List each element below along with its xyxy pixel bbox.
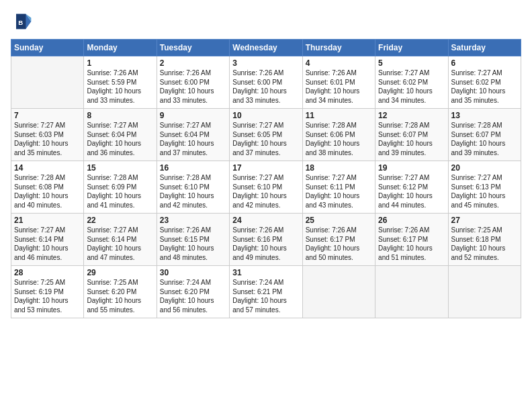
- day-number: 6: [451, 58, 518, 68]
- day-number: 4: [306, 58, 372, 68]
- cell-content: Sunrise: 7:26 AM Sunset: 6:17 PM Dayligh…: [306, 226, 372, 262]
- day-header-sunday: Sunday: [11, 40, 84, 56]
- cell-content: Sunrise: 7:26 AM Sunset: 6:01 PM Dayligh…: [306, 68, 372, 105]
- cell-content: Sunrise: 7:28 AM Sunset: 6:10 PM Dayligh…: [160, 173, 226, 210]
- calendar-cell: [302, 266, 375, 318]
- day-number: 3: [232, 58, 299, 68]
- calendar-cell: 24Sunrise: 7:26 AM Sunset: 6:16 PM Dayli…: [230, 214, 302, 266]
- cell-content: Sunrise: 7:26 AM Sunset: 6:00 PM Dayligh…: [232, 68, 299, 105]
- calendar-cell: 13Sunrise: 7:28 AM Sunset: 6:07 PM Dayli…: [448, 109, 521, 161]
- day-number: 31: [232, 268, 299, 277]
- calendar-cell: 4Sunrise: 7:26 AM Sunset: 6:01 PM Daylig…: [302, 56, 375, 109]
- week-row-3: 14Sunrise: 7:28 AM Sunset: 6:08 PM Dayli…: [11, 161, 521, 214]
- day-number: 9: [160, 111, 226, 120]
- day-number: 22: [87, 216, 153, 225]
- calendar-cell: 28Sunrise: 7:25 AM Sunset: 6:19 PM Dayli…: [11, 266, 84, 318]
- day-number: 2: [160, 58, 226, 68]
- calendar-cell: 30Sunrise: 7:24 AM Sunset: 6:20 PM Dayli…: [157, 266, 229, 318]
- day-number: 26: [378, 216, 445, 225]
- calendar-cell: 12Sunrise: 7:28 AM Sunset: 6:07 PM Dayli…: [375, 109, 448, 161]
- calendar-cell: 14Sunrise: 7:28 AM Sunset: 6:08 PM Dayli…: [11, 161, 84, 214]
- day-number: 5: [378, 58, 445, 68]
- calendar-cell: 21Sunrise: 7:27 AM Sunset: 6:14 PM Dayli…: [11, 214, 84, 266]
- day-number: 19: [378, 163, 445, 173]
- logo-icon: B: [11, 11, 32, 32]
- day-number: 30: [160, 268, 226, 277]
- day-number: 8: [87, 111, 153, 120]
- cell-content: Sunrise: 7:26 AM Sunset: 6:15 PM Dayligh…: [160, 226, 226, 262]
- calendar-cell: [375, 266, 448, 318]
- day-number: 14: [14, 163, 81, 173]
- calendar-cell: 1Sunrise: 7:26 AM Sunset: 5:59 PM Daylig…: [84, 56, 157, 109]
- cell-content: Sunrise: 7:27 AM Sunset: 6:12 PM Dayligh…: [378, 173, 445, 210]
- cell-content: Sunrise: 7:27 AM Sunset: 6:10 PM Dayligh…: [232, 173, 299, 210]
- day-number: 28: [14, 268, 81, 277]
- calendar-cell: 17Sunrise: 7:27 AM Sunset: 6:10 PM Dayli…: [230, 161, 302, 214]
- calendar-cell: 20Sunrise: 7:27 AM Sunset: 6:13 PM Dayli…: [448, 161, 521, 214]
- calendar-table: SundayMondayTuesdayWednesdayThursdayFrid…: [11, 39, 521, 318]
- week-row-1: 1Sunrise: 7:26 AM Sunset: 5:59 PM Daylig…: [11, 56, 521, 109]
- calendar-cell: 8Sunrise: 7:27 AM Sunset: 6:04 PM Daylig…: [84, 109, 157, 161]
- day-number: 12: [378, 111, 445, 120]
- day-header-saturday: Saturday: [448, 40, 521, 56]
- day-header-friday: Friday: [375, 40, 448, 56]
- calendar-cell: [11, 56, 84, 109]
- day-number: 15: [87, 163, 153, 173]
- day-number: 16: [160, 163, 226, 173]
- calendar-cell: 25Sunrise: 7:26 AM Sunset: 6:17 PM Dayli…: [302, 214, 375, 266]
- day-number: 1: [87, 58, 153, 68]
- calendar-cell: 16Sunrise: 7:28 AM Sunset: 6:10 PM Dayli…: [157, 161, 229, 214]
- cell-content: Sunrise: 7:27 AM Sunset: 6:02 PM Dayligh…: [378, 68, 445, 105]
- cell-content: Sunrise: 7:27 AM Sunset: 6:14 PM Dayligh…: [14, 226, 81, 262]
- day-header-thursday: Thursday: [302, 40, 375, 56]
- cell-content: Sunrise: 7:24 AM Sunset: 6:20 PM Dayligh…: [160, 278, 226, 314]
- cell-content: Sunrise: 7:26 AM Sunset: 6:00 PM Dayligh…: [160, 68, 226, 105]
- cell-content: Sunrise: 7:28 AM Sunset: 6:09 PM Dayligh…: [87, 173, 153, 210]
- day-number: 10: [232, 111, 299, 120]
- svg-text:B: B: [18, 19, 23, 26]
- calendar-cell: 9Sunrise: 7:27 AM Sunset: 6:04 PM Daylig…: [157, 109, 229, 161]
- cell-content: Sunrise: 7:27 AM Sunset: 6:05 PM Dayligh…: [232, 121, 299, 157]
- cell-content: Sunrise: 7:26 AM Sunset: 6:17 PM Dayligh…: [378, 226, 445, 262]
- calendar-cell: 6Sunrise: 7:27 AM Sunset: 6:02 PM Daylig…: [448, 56, 521, 109]
- cell-content: Sunrise: 7:27 AM Sunset: 6:04 PM Dayligh…: [87, 121, 153, 157]
- cell-content: Sunrise: 7:28 AM Sunset: 6:08 PM Dayligh…: [14, 173, 81, 210]
- day-number: 18: [306, 163, 372, 173]
- cell-content: Sunrise: 7:25 AM Sunset: 6:19 PM Dayligh…: [14, 278, 81, 314]
- calendar-cell: 31Sunrise: 7:24 AM Sunset: 6:21 PM Dayli…: [230, 266, 302, 318]
- calendar-cell: 26Sunrise: 7:26 AM Sunset: 6:17 PM Dayli…: [375, 214, 448, 266]
- day-number: 29: [87, 268, 153, 277]
- cell-content: Sunrise: 7:25 AM Sunset: 6:18 PM Dayligh…: [451, 226, 518, 262]
- cell-content: Sunrise: 7:25 AM Sunset: 6:20 PM Dayligh…: [87, 278, 153, 314]
- calendar-cell: 10Sunrise: 7:27 AM Sunset: 6:05 PM Dayli…: [230, 109, 302, 161]
- day-number: 24: [232, 216, 299, 225]
- cell-content: Sunrise: 7:26 AM Sunset: 5:59 PM Dayligh…: [87, 68, 153, 105]
- week-row-4: 21Sunrise: 7:27 AM Sunset: 6:14 PM Dayli…: [11, 214, 521, 266]
- header-row: SundayMondayTuesdayWednesdayThursdayFrid…: [11, 40, 521, 56]
- day-number: 27: [451, 216, 518, 225]
- day-header-monday: Monday: [84, 40, 157, 56]
- calendar-cell: 29Sunrise: 7:25 AM Sunset: 6:20 PM Dayli…: [84, 266, 157, 318]
- cell-content: Sunrise: 7:27 AM Sunset: 6:02 PM Dayligh…: [451, 68, 518, 105]
- day-header-tuesday: Tuesday: [157, 40, 229, 56]
- day-header-wednesday: Wednesday: [230, 40, 302, 56]
- header: B: [11, 11, 521, 32]
- calendar-cell: 22Sunrise: 7:27 AM Sunset: 6:14 PM Dayli…: [84, 214, 157, 266]
- cell-content: Sunrise: 7:27 AM Sunset: 6:04 PM Dayligh…: [160, 121, 226, 157]
- day-number: 17: [232, 163, 299, 173]
- calendar-cell: 2Sunrise: 7:26 AM Sunset: 6:00 PM Daylig…: [157, 56, 229, 109]
- day-number: 13: [451, 111, 518, 120]
- day-number: 11: [306, 111, 372, 120]
- cell-content: Sunrise: 7:27 AM Sunset: 6:03 PM Dayligh…: [14, 121, 81, 157]
- day-number: 20: [451, 163, 518, 173]
- calendar-cell: 15Sunrise: 7:28 AM Sunset: 6:09 PM Dayli…: [84, 161, 157, 214]
- calendar-cell: [448, 266, 521, 318]
- calendar-cell: 7Sunrise: 7:27 AM Sunset: 6:03 PM Daylig…: [11, 109, 84, 161]
- day-number: 25: [306, 216, 372, 225]
- calendar-cell: 27Sunrise: 7:25 AM Sunset: 6:18 PM Dayli…: [448, 214, 521, 266]
- cell-content: Sunrise: 7:28 AM Sunset: 6:07 PM Dayligh…: [378, 121, 445, 157]
- cell-content: Sunrise: 7:26 AM Sunset: 6:16 PM Dayligh…: [232, 226, 299, 262]
- logo: B: [11, 11, 35, 32]
- calendar-cell: 23Sunrise: 7:26 AM Sunset: 6:15 PM Dayli…: [157, 214, 229, 266]
- day-number: 21: [14, 216, 81, 225]
